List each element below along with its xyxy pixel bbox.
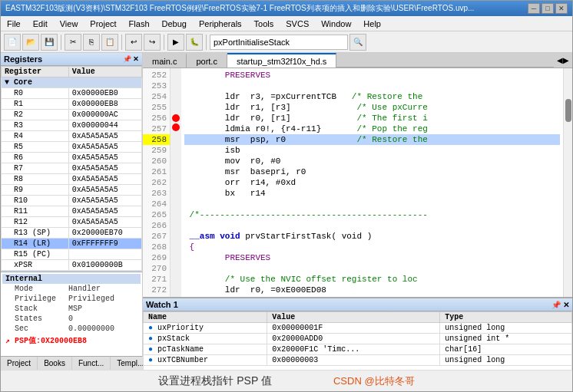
watch-table-container[interactable]: Name Value Type ● uxPriority 0x00000001F… bbox=[143, 311, 572, 370]
menu-svcs[interactable]: SVCS bbox=[283, 18, 312, 29]
watch-title: Watch 1 bbox=[146, 300, 178, 309]
title-bar-buttons: ─ □ ✕ bbox=[528, 3, 568, 14]
breakpoint-261[interactable] bbox=[171, 165, 181, 176]
panel-title-icons: 📌 ✕ bbox=[123, 55, 139, 63]
toolbar-copy[interactable]: ⎘ bbox=[83, 34, 100, 51]
breakpoint-262[interactable] bbox=[171, 176, 181, 186]
sys-stack-row: Stack MSP bbox=[2, 304, 141, 314]
toolbar-paste[interactable]: 📋 bbox=[101, 34, 118, 51]
toolbar-new[interactable]: 📄 bbox=[4, 34, 21, 51]
watch-table: Name Value Type ● uxPriority 0x00000001F… bbox=[143, 311, 572, 370]
registers-panel-title: Registers 📌 ✕ bbox=[1, 53, 142, 66]
watch-panel: Watch 1 📌 ✕ Name Value Type ● uxPriority… bbox=[143, 297, 572, 370]
toolbar-redo[interactable]: ↪ bbox=[144, 34, 161, 51]
col-value: Value bbox=[68, 67, 141, 77]
line-num-259: 259 bbox=[143, 145, 170, 156]
watch-header-icons: 📌 ✕ bbox=[551, 300, 569, 309]
watch-row: ● uxPriority 0x00000001F unsigned long bbox=[144, 323, 572, 334]
breakpoint-264[interactable] bbox=[171, 197, 181, 208]
watch-col-name: Name bbox=[144, 312, 267, 323]
line-num-258: 258 bbox=[143, 134, 170, 145]
etab-port[interactable]: port.c bbox=[187, 53, 227, 68]
breakpoint-256[interactable] bbox=[172, 114, 180, 122]
sys-stack-label: Stack bbox=[15, 305, 68, 313]
breakpoint-255[interactable] bbox=[171, 102, 181, 113]
breakpoint-258[interactable] bbox=[171, 133, 181, 143]
watch-icon: ● bbox=[148, 356, 153, 364]
editor-scrollbar[interactable] bbox=[563, 68, 572, 297]
sys-mode-label: Mode bbox=[15, 285, 68, 293]
tab-nav-right[interactable]: ▶ bbox=[563, 56, 569, 64]
code-line-268: { bbox=[184, 242, 560, 252]
code-line-272: ldr r0, =0xE000ED08 bbox=[184, 285, 560, 295]
toolbar-sep2 bbox=[121, 35, 122, 50]
registers-table[interactable]: Register Value ▼ CoreR00x00000EB0R10x000… bbox=[1, 66, 142, 272]
code-line-257: ldmia r0!, {r4-r11} /* Pop the reg bbox=[184, 124, 560, 134]
breakpoint-266[interactable] bbox=[171, 219, 181, 229]
breakpoint-263[interactable] bbox=[171, 186, 181, 197]
menu-view[interactable]: View bbox=[57, 18, 81, 29]
menu-edit[interactable]: Edit bbox=[30, 18, 51, 29]
watch-row: ● pxStack 0x20000ADD0 unsigned int * bbox=[144, 334, 572, 344]
menu-window[interactable]: Window bbox=[318, 18, 354, 29]
breakpoint-259[interactable] bbox=[171, 143, 181, 154]
sys-privilege-value: Privileged bbox=[68, 295, 114, 303]
breakpoint-265[interactable] bbox=[171, 208, 181, 219]
toolbar-debug[interactable]: 🐛 bbox=[186, 34, 203, 51]
watch-col-type: Type bbox=[440, 312, 572, 323]
breakpoint-253[interactable] bbox=[171, 81, 181, 91]
breakpoint-257[interactable] bbox=[172, 124, 180, 131]
breakpoint-272[interactable] bbox=[171, 283, 181, 294]
etab-startup[interactable]: startup_stm32f10x_hd.s bbox=[227, 53, 336, 68]
btab-books[interactable]: Books bbox=[38, 357, 72, 370]
code-line-256: ldr r0, [r1] /* The first i bbox=[184, 113, 560, 124]
search-input[interactable] bbox=[210, 35, 348, 50]
toolbar-build[interactable]: ▶ bbox=[167, 34, 184, 51]
line-num-271: 271 bbox=[143, 274, 170, 285]
toolbar-undo[interactable]: ↩ bbox=[125, 34, 142, 51]
breakpoint-269[interactable] bbox=[171, 251, 181, 262]
breakpoint-271[interactable] bbox=[171, 272, 181, 283]
sys-states-row: States 0 bbox=[2, 314, 141, 324]
sys-sec-row: Sec 0.00000000 bbox=[2, 324, 141, 334]
main-area: Registers 📌 ✕ Register Value ▼ CoreR00x0 bbox=[1, 53, 572, 370]
panel-lock-icon[interactable]: 📌 bbox=[123, 55, 131, 63]
breakpoint-267[interactable] bbox=[171, 229, 181, 240]
breakpoint-268[interactable] bbox=[171, 240, 181, 251]
menu-help[interactable]: Help bbox=[360, 18, 384, 29]
menu-project[interactable]: Project bbox=[87, 18, 119, 29]
registers-title-label: Registers bbox=[4, 54, 42, 64]
minimize-button[interactable]: ─ bbox=[528, 3, 540, 14]
tab-nav-left[interactable]: ◀ bbox=[557, 56, 563, 64]
line-num-257: 257 bbox=[143, 124, 170, 134]
toolbar-cut[interactable]: ✂ bbox=[65, 34, 81, 51]
toolbar-open[interactable]: 📂 bbox=[22, 34, 39, 51]
menu-debug[interactable]: Debug bbox=[159, 18, 190, 29]
btab-project[interactable]: Project bbox=[1, 357, 38, 370]
toolbar-search[interactable]: 🔍 bbox=[349, 34, 366, 51]
close-button[interactable]: ✕ bbox=[555, 3, 568, 14]
menu-peripherals[interactable]: Peripherals bbox=[196, 18, 245, 29]
code-line-258: msr psp, r0 /* Restore the bbox=[184, 134, 560, 145]
watch-col-value: Value bbox=[267, 312, 440, 323]
btab-funct[interactable]: Funct... bbox=[72, 357, 111, 370]
maximize-button[interactable]: □ bbox=[542, 3, 554, 14]
watch-pin-icon[interactable]: 📌 bbox=[551, 301, 561, 309]
scrollbar-thumb[interactable] bbox=[565, 99, 571, 122]
watch-close-icon[interactable]: ✕ bbox=[563, 301, 569, 309]
menu-tools[interactable]: Tools bbox=[251, 18, 277, 29]
line-num-266: 266 bbox=[143, 220, 170, 231]
breakpoint-260[interactable] bbox=[171, 154, 181, 165]
editor-area[interactable]: 2522532542552562572582592602612622632642… bbox=[143, 68, 572, 297]
breakpoint-254[interactable] bbox=[171, 91, 181, 102]
menu-flash[interactable]: Flash bbox=[126, 18, 153, 29]
bottom-tabs: Project Books Funct... Templ... Regis... bbox=[1, 356, 142, 370]
breakpoint-252[interactable] bbox=[171, 70, 181, 81]
etab-main[interactable]: main.c bbox=[143, 53, 187, 68]
code-content[interactable]: PRESERVES ldr r3, =pxCurrentTCB /* Resto… bbox=[181, 68, 563, 297]
line-num-267: 267 bbox=[143, 231, 170, 242]
panel-close-icon[interactable]: ✕ bbox=[133, 55, 139, 63]
toolbar-save[interactable]: 💾 bbox=[41, 34, 58, 51]
breakpoint-270[interactable] bbox=[171, 262, 181, 272]
menu-file[interactable]: File bbox=[4, 18, 24, 29]
